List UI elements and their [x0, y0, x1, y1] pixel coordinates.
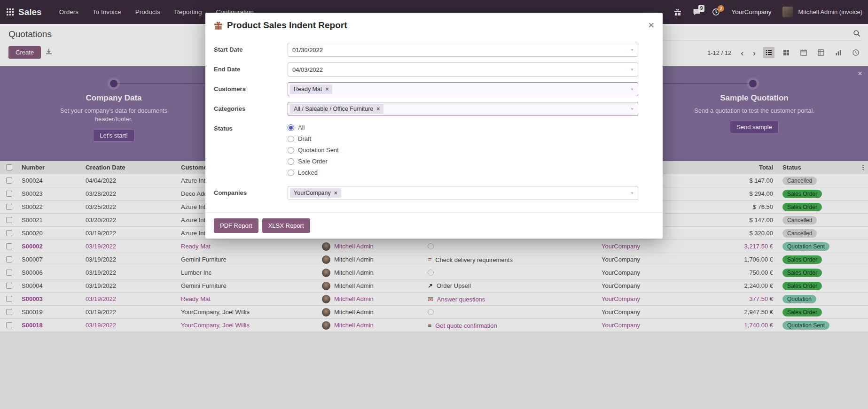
tag-label: YourCompany [294, 190, 331, 196]
radio-icon[interactable] [288, 136, 294, 142]
status-option[interactable]: All [288, 124, 638, 131]
modal-footer: PDF Report XLSX Report [205, 212, 663, 239]
radio-label[interactable]: Sale Order [298, 158, 328, 165]
category-tag: All / Saleable / Office Furniture× [290, 104, 383, 114]
modal-header: Product Sales Indent Report × [205, 13, 663, 36]
caret-down-icon[interactable]: ▼ [630, 87, 634, 92]
status-option[interactable]: Sale Order [288, 158, 638, 165]
radio-label[interactable]: Quotation Sent [298, 147, 339, 154]
radio-label[interactable]: All [298, 124, 305, 131]
status-radio-group: All Draft Quotation Sent [288, 122, 638, 180]
tag-remove-icon[interactable]: × [334, 190, 337, 196]
modal-body: Start Date ▼ End Date ▼ Customers Ready … [205, 36, 663, 212]
status-option[interactable]: Draft [288, 135, 638, 142]
pdf-report-button[interactable]: PDF Report [214, 218, 258, 233]
companies-label: Companies [214, 186, 288, 196]
caret-down-icon[interactable]: ▼ [630, 107, 634, 111]
caret-down-icon[interactable]: ▼ [630, 191, 634, 195]
status-option[interactable]: Locked [288, 169, 638, 176]
start-date-label: Start Date [214, 43, 288, 53]
tag-remove-icon[interactable]: × [376, 106, 380, 112]
caret-down-icon[interactable]: ▼ [630, 48, 634, 52]
status-option[interactable]: Quotation Sent [288, 147, 638, 154]
customers-input[interactable]: Ready Mat× [288, 82, 638, 96]
radio-label[interactable]: Draft [298, 135, 311, 142]
xlsx-report-button[interactable]: XLSX Report [262, 218, 310, 233]
start-date-input[interactable] [288, 43, 638, 57]
end-date-label: End Date [214, 62, 288, 73]
screen: Sales OrdersTo InvoiceProductsReportingC… [0, 0, 868, 409]
radio-icon[interactable] [288, 170, 294, 176]
report-dialog: Product Sales Indent Report × Start Date… [205, 13, 663, 239]
radio-icon[interactable] [288, 147, 294, 154]
radio-icon[interactable] [288, 158, 294, 165]
tag-label: All / Saleable / Office Furniture [294, 106, 373, 112]
gift-icon [214, 21, 223, 30]
company-tag: YourCompany× [290, 188, 341, 198]
tag-label: Ready Mat [294, 86, 322, 93]
modal-title: Product Sales Indent Report [227, 20, 347, 31]
close-icon[interactable]: × [648, 20, 654, 31]
status-label: Status [214, 122, 288, 132]
categories-label: Categories [214, 102, 288, 112]
end-date-input[interactable] [288, 62, 638, 77]
radio-label[interactable]: Locked [298, 169, 318, 176]
caret-down-icon[interactable]: ▼ [630, 68, 634, 72]
radio-icon[interactable] [288, 124, 294, 131]
categories-input[interactable]: All / Saleable / Office Furniture× [288, 102, 638, 116]
customers-label: Customers [214, 82, 288, 93]
customer-tag: Ready Mat× [290, 85, 332, 94]
tag-remove-icon[interactable]: × [325, 86, 328, 92]
companies-input[interactable]: YourCompany× [288, 186, 638, 200]
